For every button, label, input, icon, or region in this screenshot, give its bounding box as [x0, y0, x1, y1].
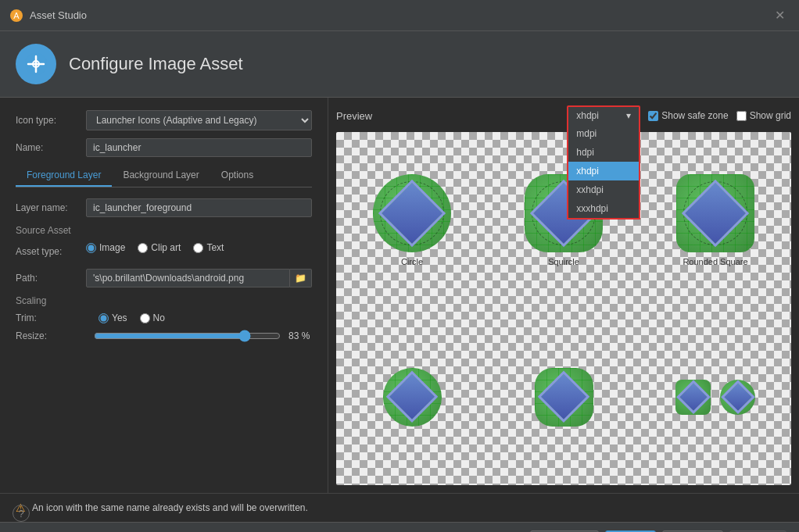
dpi-option-hdpi[interactable]: hdpi: [568, 143, 639, 162]
preview-cell-rounded: Rounded Square: [640, 132, 791, 309]
show-safe-zone-checkbox[interactable]: [648, 111, 658, 121]
dpi-option-mdpi[interactable]: mdpi: [568, 124, 639, 143]
layer-name-input[interactable]: [86, 198, 312, 217]
path-control: 📁: [86, 269, 312, 287]
close-button[interactable]: ✕: [770, 6, 790, 24]
bottom-bar: ? Previous Next Cancel Finish: [0, 522, 799, 532]
show-grid-text: Show grid: [750, 110, 791, 121]
trim-no-label[interactable]: No: [140, 312, 165, 323]
clipart-radio[interactable]: [138, 243, 148, 253]
svg-point-7: [410, 205, 414, 209]
resize-row: Resize: 83 %: [16, 330, 312, 342]
svg-point-11: [561, 205, 566, 209]
preview-cell-small-icons: [640, 309, 791, 485]
image-radio[interactable]: [86, 243, 96, 253]
resize-slider[interactable]: [94, 330, 281, 342]
svg-point-6: [408, 203, 416, 211]
trim-yes-radio[interactable]: [99, 313, 109, 323]
svg-rect-5: [399, 200, 425, 227]
dpi-option-xxhdpi[interactable]: xxhdpi: [568, 180, 639, 199]
image-label: Image: [99, 242, 125, 253]
icon-rounded: [676, 174, 754, 252]
preview-cell-circle: Circle: [336, 132, 488, 309]
icon-type-control[interactable]: Launcher Icons (Adaptive and Legacy): [86, 110, 312, 130]
show-grid-checkbox[interactable]: [736, 111, 747, 121]
text-label: Text: [206, 242, 224, 253]
preview-cell-squircle-sm: [488, 309, 640, 485]
svg-rect-16: [397, 382, 427, 412]
layer-tabs: Foreground Layer Background Layer Option…: [16, 165, 312, 187]
show-safe-zone-label[interactable]: Show safe zone: [648, 110, 728, 121]
svg-point-15: [713, 205, 718, 209]
rounded-label: Rounded Square: [683, 257, 747, 266]
svg-rect-19: [554, 387, 573, 406]
preview-controls: xhdpi ▾ mdpi hdpi xhdpi xxhdpi xxxhdpi S…: [567, 105, 791, 126]
show-grid-label[interactable]: Show grid: [736, 110, 791, 121]
dpi-selected-value: xhdpi: [576, 110, 599, 121]
right-panel: Preview xhdpi ▾ mdpi hdpi xhdpi xxhdpi x…: [328, 98, 799, 493]
svg-rect-17: [402, 387, 421, 406]
asset-type-image[interactable]: Image: [86, 242, 125, 253]
svg-rect-20: [686, 389, 701, 405]
icon-squircle-sm: [535, 368, 593, 427]
icon-type-select[interactable]: Launcher Icons (Adaptive and Legacy): [86, 110, 312, 130]
dpi-option-xhdpi[interactable]: xhdpi: [568, 162, 639, 180]
circle-label: Circle: [401, 257, 423, 266]
preview-cell-circle-sm: [336, 309, 488, 485]
path-input[interactable]: [86, 269, 290, 287]
header-icon: [16, 44, 56, 84]
scaling-title: Scaling: [16, 295, 312, 306]
dpi-option-xxxhdpi[interactable]: xxxhdpi: [568, 199, 639, 218]
text-radio[interactable]: [193, 243, 203, 253]
path-label: Path:: [16, 273, 86, 284]
layer-name-control[interactable]: [86, 198, 312, 217]
svg-rect-18: [549, 382, 579, 412]
path-row: Path: 📁: [16, 269, 312, 287]
scaling-section: Scaling Trim: Yes No Resize: 83 %: [16, 295, 312, 342]
layer-name-row: Layer name:: [16, 198, 312, 217]
svg-rect-13: [702, 200, 729, 227]
trim-no-text: No: [153, 312, 165, 323]
tab-options[interactable]: Options: [210, 165, 264, 187]
trim-row: Trim: Yes No: [16, 312, 312, 323]
trim-yes-text: Yes: [112, 312, 127, 323]
help-button[interactable]: ?: [13, 505, 30, 522]
trim-yes-label[interactable]: Yes: [99, 312, 127, 323]
dpi-dropdown-wrapper[interactable]: xhdpi ▾ mdpi hdpi xhdpi xxhdpi xxxhdpi: [567, 105, 640, 126]
resize-label: Resize:: [16, 330, 86, 341]
preview-label: Preview: [336, 110, 372, 122]
resize-value: 83 %: [288, 330, 312, 341]
source-asset-title: Source Asset: [16, 225, 312, 236]
svg-text:A: A: [13, 11, 20, 20]
left-panel: Icon type: Launcher Icons (Adaptive and …: [0, 98, 328, 493]
tab-foreground[interactable]: Foreground Layer: [16, 165, 112, 187]
icon-type-label: Icon type:: [16, 115, 86, 126]
titlebar-left: A Asset Studio: [9, 9, 87, 23]
icon-xs-1: [675, 380, 711, 415]
header: Configure Image Asset: [0, 31, 799, 98]
icon-circle-sm: [383, 368, 442, 427]
preview-header: Preview xhdpi ▾ mdpi hdpi xhdpi xxhdpi x…: [336, 105, 791, 126]
titlebar: A Asset Studio ✕: [0, 0, 799, 31]
svg-point-14: [711, 203, 719, 211]
chevron-down-icon: ▾: [626, 110, 631, 121]
tab-background[interactable]: Background Layer: [112, 165, 210, 187]
content-area: Icon type: Launcher Icons (Adaptive and …: [0, 98, 799, 493]
dpi-dropdown-button[interactable]: xhdpi ▾: [568, 107, 639, 124]
asset-type-row: Asset type: Image Clip art Text: [16, 242, 312, 261]
name-input[interactable]: [86, 138, 312, 157]
name-label: Name:: [16, 142, 86, 153]
icon-type-row: Icon type: Launcher Icons (Adaptive and …: [16, 110, 312, 130]
trim-no-radio[interactable]: [140, 313, 150, 323]
app-icon: A: [9, 9, 23, 23]
asset-type-text[interactable]: Text: [193, 242, 224, 253]
dpi-dropdown-menu: mdpi hdpi xhdpi xxhdpi xxxhdpi: [567, 124, 640, 220]
path-browse-button[interactable]: 📁: [290, 269, 312, 287]
name-control[interactable]: [86, 138, 312, 157]
icon-circle: [373, 174, 451, 252]
clipart-label: Clip art: [151, 242, 181, 253]
asset-type-clipart[interactable]: Clip art: [138, 242, 181, 253]
svg-rect-4: [392, 194, 432, 234]
show-safe-zone-text: Show safe zone: [661, 110, 728, 121]
header-title: Configure Image Asset: [69, 54, 243, 74]
